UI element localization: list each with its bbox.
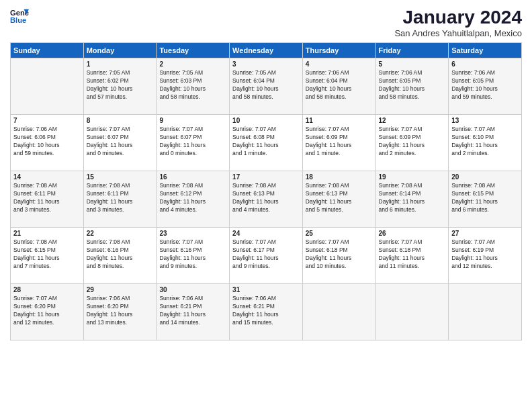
day-number: 31 xyxy=(232,286,300,293)
cell-line: Daylight: 11 hours xyxy=(159,311,206,318)
calendar-cell: 29Sunrise: 7:06 AMSunset: 6:20 PMDayligh… xyxy=(83,284,157,340)
cell-line: Sunrise: 7:07 AM xyxy=(87,126,130,132)
cell-content: Sunrise: 7:06 AMSunset: 6:21 PMDaylight:… xyxy=(159,295,226,327)
cell-line: and 6 minutes. xyxy=(451,206,489,213)
cell-line: Daylight: 11 hours xyxy=(379,198,425,205)
cell-line: Sunset: 6:18 PM xyxy=(306,246,348,253)
cell-line: and 58 minutes. xyxy=(306,93,346,100)
cell-line: Daylight: 11 hours xyxy=(13,198,60,205)
calendar-cell: 22Sunrise: 7:08 AMSunset: 6:16 PMDayligh… xyxy=(83,228,157,284)
calendar-cell: 24Sunrise: 7:07 AMSunset: 6:17 PMDayligh… xyxy=(230,228,303,284)
cell-line: Daylight: 10 hours xyxy=(379,85,425,92)
cell-line: Sunset: 6:12 PM xyxy=(159,190,202,197)
cell-line: Sunset: 6:20 PM xyxy=(87,303,129,310)
cell-line: Sunset: 6:21 PM xyxy=(159,303,202,310)
calendar-cell: 8Sunrise: 7:07 AMSunset: 6:07 PMDaylight… xyxy=(83,115,157,171)
calendar-cell xyxy=(11,58,84,115)
day-number: 26 xyxy=(379,230,446,237)
calendar-cell: 12Sunrise: 7:07 AMSunset: 6:09 PMDayligh… xyxy=(375,115,449,171)
cell-line: Sunrise: 7:05 AM xyxy=(87,69,130,76)
calendar-cell xyxy=(375,284,449,340)
cell-line: Sunset: 6:09 PM xyxy=(306,134,348,140)
calendar-cell: 11Sunrise: 7:07 AMSunset: 6:09 PMDayligh… xyxy=(302,115,375,171)
cell-line: Daylight: 11 hours xyxy=(451,255,498,261)
day-number: 29 xyxy=(87,286,154,293)
cell-line: Sunset: 6:02 PM xyxy=(87,77,129,84)
cell-line: and 1 minute. xyxy=(232,150,267,156)
cell-content: Sunrise: 7:08 AMSunset: 6:15 PMDaylight:… xyxy=(451,182,519,214)
day-number: 28 xyxy=(13,286,81,293)
cell-line: Sunset: 6:19 PM xyxy=(451,246,494,253)
day-number: 24 xyxy=(232,230,300,237)
header-cell-wednesday: Wednesday xyxy=(230,43,303,58)
cell-line: and 2 minutes. xyxy=(451,150,489,156)
cell-line: Sunrise: 7:06 AM xyxy=(451,69,495,76)
cell-line: and 1 minute. xyxy=(306,150,341,156)
cell-line: Daylight: 10 hours xyxy=(306,85,352,92)
cell-line: Daylight: 10 hours xyxy=(87,85,133,92)
week-row-3: 14Sunrise: 7:08 AMSunset: 6:11 PMDayligh… xyxy=(11,171,522,228)
week-row-1: 1Sunrise: 7:05 AMSunset: 6:02 PMDaylight… xyxy=(11,58,522,115)
cell-line: Daylight: 11 hours xyxy=(306,198,352,205)
calendar-cell: 19Sunrise: 7:08 AMSunset: 6:14 PMDayligh… xyxy=(375,171,449,228)
cell-line: and 3 minutes. xyxy=(13,206,51,213)
day-number: 10 xyxy=(232,117,300,124)
cell-line: Daylight: 11 hours xyxy=(159,142,206,148)
day-number: 27 xyxy=(451,230,519,237)
cell-line: Sunset: 6:18 PM xyxy=(379,246,421,253)
cell-line: and 57 minutes. xyxy=(87,93,127,100)
cell-line: and 2 minutes. xyxy=(379,150,416,156)
cell-line: Sunrise: 7:08 AM xyxy=(451,182,495,189)
day-number: 30 xyxy=(159,286,226,293)
calendar-cell: 15Sunrise: 7:08 AMSunset: 6:11 PMDayligh… xyxy=(83,171,157,228)
calendar-cell: 16Sunrise: 7:08 AMSunset: 6:12 PMDayligh… xyxy=(157,171,230,228)
cell-content: Sunrise: 7:08 AMSunset: 6:16 PMDaylight:… xyxy=(87,238,154,271)
cell-line: and 12 minutes. xyxy=(13,319,54,326)
calendar-cell: 31Sunrise: 7:06 AMSunset: 6:21 PMDayligh… xyxy=(230,284,303,340)
calendar-cell xyxy=(449,284,522,340)
calendar-cell: 1Sunrise: 7:05 AMSunset: 6:02 PMDaylight… xyxy=(83,58,157,115)
cell-line: and 13 minutes. xyxy=(87,319,127,326)
calendar-table: SundayMondayTuesdayWednesdayThursdayFrid… xyxy=(10,42,522,340)
cell-content: Sunrise: 7:07 AMSunset: 6:18 PMDaylight:… xyxy=(379,238,446,271)
cell-line: Sunset: 6:17 PM xyxy=(232,246,275,253)
cell-content: Sunrise: 7:07 AMSunset: 6:09 PMDaylight:… xyxy=(306,126,373,158)
cell-line: Sunset: 6:21 PM xyxy=(232,303,275,310)
header: General Blue January 2024 San Andres Yah… xyxy=(10,7,522,38)
cell-line: Sunset: 6:03 PM xyxy=(159,77,202,84)
cell-line: Sunset: 6:13 PM xyxy=(232,190,275,197)
cell-line: Sunrise: 7:07 AM xyxy=(13,295,57,302)
day-number: 5 xyxy=(379,60,446,68)
cell-content: Sunrise: 7:07 AMSunset: 6:08 PMDaylight:… xyxy=(232,126,300,158)
cell-content: Sunrise: 7:07 AMSunset: 6:17 PMDaylight:… xyxy=(232,238,300,271)
cell-line: Sunset: 6:08 PM xyxy=(232,134,275,140)
cell-line: Daylight: 11 hours xyxy=(159,255,206,261)
cell-line: Daylight: 11 hours xyxy=(232,311,279,318)
cell-line: Sunrise: 7:07 AM xyxy=(379,238,423,245)
calendar-cell: 13Sunrise: 7:07 AMSunset: 6:10 PMDayligh… xyxy=(449,115,522,171)
calendar-cell: 4Sunrise: 7:06 AMSunset: 6:04 PMDaylight… xyxy=(302,58,375,115)
cell-line: Sunrise: 7:07 AM xyxy=(159,238,203,245)
cell-line: and 59 minutes. xyxy=(13,150,54,156)
cell-line: Sunrise: 7:07 AM xyxy=(159,126,203,132)
cell-line: Daylight: 11 hours xyxy=(451,142,498,148)
cell-line: Sunrise: 7:08 AM xyxy=(306,182,349,189)
day-number: 7 xyxy=(13,117,81,124)
header-cell-saturday: Saturday xyxy=(449,43,522,58)
cell-line: Daylight: 11 hours xyxy=(232,255,279,261)
cell-line: and 10 minutes. xyxy=(306,263,346,269)
header-cell-sunday: Sunday xyxy=(11,43,84,58)
calendar-cell: 17Sunrise: 7:08 AMSunset: 6:13 PMDayligh… xyxy=(230,171,303,228)
cell-line: Sunrise: 7:08 AM xyxy=(379,182,423,189)
cell-line: and 58 minutes. xyxy=(232,93,273,100)
day-number: 6 xyxy=(451,60,519,68)
cell-line: and 3 minutes. xyxy=(87,206,124,213)
calendar-cell: 14Sunrise: 7:08 AMSunset: 6:11 PMDayligh… xyxy=(11,171,84,228)
cell-line: and 9 minutes. xyxy=(232,263,270,269)
cell-line: Daylight: 11 hours xyxy=(87,198,133,205)
calendar-cell: 3Sunrise: 7:05 AMSunset: 6:04 PMDaylight… xyxy=(230,58,303,115)
cell-line: Sunrise: 7:08 AM xyxy=(159,182,203,189)
calendar-cell: 18Sunrise: 7:08 AMSunset: 6:13 PMDayligh… xyxy=(302,171,375,228)
calendar-cell: 10Sunrise: 7:07 AMSunset: 6:08 PMDayligh… xyxy=(230,115,303,171)
cell-line: Sunset: 6:20 PM xyxy=(13,303,56,310)
